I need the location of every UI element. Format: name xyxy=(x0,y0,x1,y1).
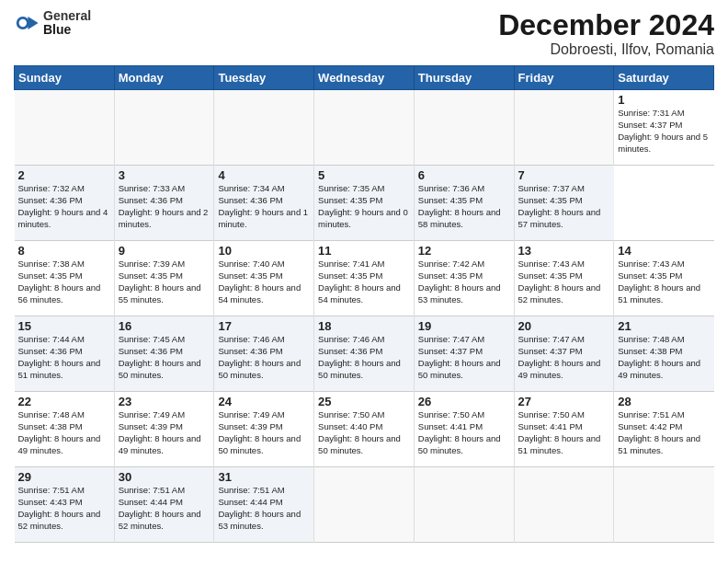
day-info: Sunrise: 7:43 AMSunset: 4:35 PMDaylight:… xyxy=(518,259,610,305)
day-info: Sunrise: 7:37 AMSunset: 4:35 PMDaylight:… xyxy=(518,183,610,230)
day-info: Sunrise: 7:51 AMSunset: 4:43 PMDaylight:… xyxy=(18,485,110,532)
day-info: Sunrise: 7:39 AMSunset: 4:35 PMDaylight:… xyxy=(119,259,210,305)
calendar-cell: 1Sunrise: 7:31 AMSunset: 4:37 PMDaylight… xyxy=(614,90,714,166)
calendar-header-row: SundayMondayTuesdayWednesdayThursdayFrid… xyxy=(15,66,714,90)
calendar-cell: 8Sunrise: 7:38 AMSunset: 4:35 PMDaylight… xyxy=(15,241,115,316)
day-info: Sunrise: 7:34 AMSunset: 4:36 PMDaylight:… xyxy=(218,183,310,230)
day-number: 7 xyxy=(518,168,610,182)
calendar-week-2: 2Sunrise: 7:32 AMSunset: 4:36 PMDaylight… xyxy=(15,166,714,241)
logo-line2: Blue xyxy=(43,23,91,37)
day-number: 15 xyxy=(18,319,110,333)
day-info: Sunrise: 7:46 AMSunset: 4:36 PMDaylight:… xyxy=(218,334,310,381)
day-info: Sunrise: 7:48 AMSunset: 4:38 PMDaylight:… xyxy=(618,334,710,381)
header-day-wednesday: Wednesday xyxy=(314,66,415,90)
day-info: Sunrise: 7:46 AMSunset: 4:36 PMDaylight:… xyxy=(318,334,410,381)
day-info: Sunrise: 7:50 AMSunset: 4:41 PMDaylight:… xyxy=(518,409,610,456)
calendar-cell xyxy=(114,90,214,166)
header: General Blue December 2024 Dobroesti, Il… xyxy=(14,9,714,58)
calendar-cell: 9Sunrise: 7:39 AMSunset: 4:35 PMDaylight… xyxy=(114,241,214,316)
day-number: 19 xyxy=(418,319,510,333)
day-number: 17 xyxy=(218,319,310,333)
calendar-cell xyxy=(414,90,514,166)
calendar-cell: 17Sunrise: 7:46 AMSunset: 4:36 PMDayligh… xyxy=(214,316,314,392)
calendar-cell: 20Sunrise: 7:47 AMSunset: 4:37 PMDayligh… xyxy=(514,316,614,392)
calendar-cell: 5Sunrise: 7:35 AMSunset: 4:35 PMDaylight… xyxy=(314,166,415,241)
day-number: 4 xyxy=(218,168,310,182)
day-number: 12 xyxy=(418,244,510,258)
header-day-sunday: Sunday xyxy=(15,66,115,90)
day-number: 13 xyxy=(518,244,610,258)
day-info: Sunrise: 7:51 AMSunset: 4:44 PMDaylight:… xyxy=(119,485,210,532)
calendar-week-6: 29Sunrise: 7:51 AMSunset: 4:43 PMDayligh… xyxy=(15,467,714,543)
day-info: Sunrise: 7:49 AMSunset: 4:39 PMDaylight:… xyxy=(218,409,310,456)
calendar-cell xyxy=(314,467,415,543)
day-number: 11 xyxy=(318,244,410,258)
calendar-cell: 6Sunrise: 7:36 AMSunset: 4:35 PMDaylight… xyxy=(414,166,514,241)
calendar-cell: 15Sunrise: 7:44 AMSunset: 4:36 PMDayligh… xyxy=(15,316,115,392)
day-info: Sunrise: 7:48 AMSunset: 4:38 PMDaylight:… xyxy=(18,409,110,456)
header-day-friday: Friday xyxy=(514,66,614,90)
day-info: Sunrise: 7:51 AMSunset: 4:44 PMDaylight:… xyxy=(218,485,310,532)
calendar-table: SundayMondayTuesdayWednesdayThursdayFrid… xyxy=(14,65,714,543)
day-number: 3 xyxy=(119,168,210,182)
calendar-cell: 10Sunrise: 7:40 AMSunset: 4:35 PMDayligh… xyxy=(214,241,314,316)
day-number: 16 xyxy=(119,319,210,333)
day-info: Sunrise: 7:32 AMSunset: 4:36 PMDaylight:… xyxy=(18,183,110,230)
calendar-cell xyxy=(514,90,614,166)
calendar-cell: 27Sunrise: 7:50 AMSunset: 4:41 PMDayligh… xyxy=(514,392,614,467)
day-number: 24 xyxy=(218,395,310,408)
calendar-cell: 18Sunrise: 7:46 AMSunset: 4:36 PMDayligh… xyxy=(314,316,415,392)
day-number: 8 xyxy=(18,244,110,258)
day-number: 10 xyxy=(218,244,310,258)
calendar-cell xyxy=(614,467,714,543)
title-block: December 2024 Dobroesti, Ilfov, Romania xyxy=(498,9,714,58)
day-number: 27 xyxy=(518,395,610,408)
calendar-cell: 19Sunrise: 7:47 AMSunset: 4:37 PMDayligh… xyxy=(414,316,514,392)
day-number: 22 xyxy=(18,395,110,408)
day-number: 29 xyxy=(18,470,110,484)
day-info: Sunrise: 7:35 AMSunset: 4:35 PMDaylight:… xyxy=(318,183,410,230)
calendar-cell: 30Sunrise: 7:51 AMSunset: 4:44 PMDayligh… xyxy=(114,467,214,543)
calendar-cell: 26Sunrise: 7:50 AMSunset: 4:41 PMDayligh… xyxy=(414,392,514,467)
calendar-cell: 16Sunrise: 7:45 AMSunset: 4:36 PMDayligh… xyxy=(114,316,214,392)
header-day-thursday: Thursday xyxy=(414,66,514,90)
day-info: Sunrise: 7:40 AMSunset: 4:35 PMDaylight:… xyxy=(218,259,310,305)
day-info: Sunrise: 7:51 AMSunset: 4:42 PMDaylight:… xyxy=(618,409,710,456)
calendar-cell xyxy=(214,90,314,166)
calendar-cell: 12Sunrise: 7:42 AMSunset: 4:35 PMDayligh… xyxy=(414,241,514,316)
day-info: Sunrise: 7:47 AMSunset: 4:37 PMDaylight:… xyxy=(418,334,510,381)
day-number: 18 xyxy=(318,319,410,333)
day-info: Sunrise: 7:43 AMSunset: 4:35 PMDaylight:… xyxy=(618,259,710,305)
day-info: Sunrise: 7:45 AMSunset: 4:36 PMDaylight:… xyxy=(119,334,210,381)
calendar-cell: 29Sunrise: 7:51 AMSunset: 4:43 PMDayligh… xyxy=(15,467,115,543)
calendar-cell: 22Sunrise: 7:48 AMSunset: 4:38 PMDayligh… xyxy=(15,392,115,467)
calendar-cell xyxy=(15,90,115,166)
day-info: Sunrise: 7:50 AMSunset: 4:40 PMDaylight:… xyxy=(318,409,410,456)
svg-point-1 xyxy=(19,19,27,27)
calendar-cell: 28Sunrise: 7:51 AMSunset: 4:42 PMDayligh… xyxy=(614,392,714,467)
day-info: Sunrise: 7:31 AMSunset: 4:37 PMDaylight:… xyxy=(618,108,710,155)
logo-line1: General xyxy=(43,9,91,23)
calendar-cell: 7Sunrise: 7:37 AMSunset: 4:35 PMDaylight… xyxy=(514,166,614,241)
day-number: 14 xyxy=(618,244,710,258)
day-info: Sunrise: 7:50 AMSunset: 4:41 PMDaylight:… xyxy=(418,409,510,456)
calendar-cell xyxy=(314,90,415,166)
day-number: 20 xyxy=(518,319,610,333)
day-number: 26 xyxy=(418,395,510,408)
calendar-cell: 24Sunrise: 7:49 AMSunset: 4:39 PMDayligh… xyxy=(214,392,314,467)
calendar-cell: 14Sunrise: 7:43 AMSunset: 4:35 PMDayligh… xyxy=(614,241,714,316)
logo: General Blue xyxy=(14,9,91,38)
day-info: Sunrise: 7:47 AMSunset: 4:37 PMDaylight:… xyxy=(518,334,610,381)
page-subtitle: Dobroesti, Ilfov, Romania xyxy=(498,41,714,58)
page-title: December 2024 xyxy=(498,9,714,41)
svg-marker-2 xyxy=(28,17,38,29)
calendar-cell: 25Sunrise: 7:50 AMSunset: 4:40 PMDayligh… xyxy=(314,392,415,467)
header-day-tuesday: Tuesday xyxy=(214,66,314,90)
day-number: 2 xyxy=(18,168,110,182)
day-info: Sunrise: 7:33 AMSunset: 4:36 PMDaylight:… xyxy=(119,183,210,230)
day-info: Sunrise: 7:41 AMSunset: 4:35 PMDaylight:… xyxy=(318,259,410,305)
day-number: 23 xyxy=(119,395,210,408)
calendar-cell: 11Sunrise: 7:41 AMSunset: 4:35 PMDayligh… xyxy=(314,241,415,316)
calendar-week-4: 15Sunrise: 7:44 AMSunset: 4:36 PMDayligh… xyxy=(15,316,714,392)
day-number: 6 xyxy=(418,168,510,182)
